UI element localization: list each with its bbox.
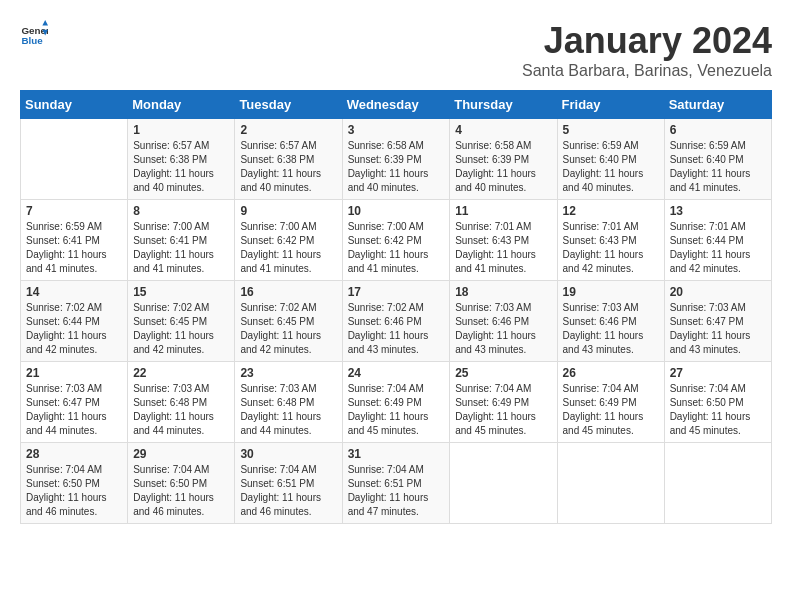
day-info: Sunrise: 7:02 AM Sunset: 6:45 PM Dayligh… <box>240 301 336 357</box>
day-info: Sunrise: 7:03 AM Sunset: 6:47 PM Dayligh… <box>26 382 122 438</box>
week-row-5: 28Sunrise: 7:04 AM Sunset: 6:50 PM Dayli… <box>21 443 772 524</box>
day-number: 2 <box>240 123 336 137</box>
day-header-tuesday: Tuesday <box>235 91 342 119</box>
calendar-cell: 10Sunrise: 7:00 AM Sunset: 6:42 PM Dayli… <box>342 200 450 281</box>
day-number: 7 <box>26 204 122 218</box>
logo: General Blue <box>20 20 48 48</box>
day-info: Sunrise: 7:04 AM Sunset: 6:49 PM Dayligh… <box>455 382 551 438</box>
day-info: Sunrise: 7:04 AM Sunset: 6:51 PM Dayligh… <box>348 463 445 519</box>
day-number: 14 <box>26 285 122 299</box>
day-number: 30 <box>240 447 336 461</box>
calendar-cell: 21Sunrise: 7:03 AM Sunset: 6:47 PM Dayli… <box>21 362 128 443</box>
day-number: 11 <box>455 204 551 218</box>
calendar-cell: 6Sunrise: 6:59 AM Sunset: 6:40 PM Daylig… <box>664 119 771 200</box>
calendar-cell: 20Sunrise: 7:03 AM Sunset: 6:47 PM Dayli… <box>664 281 771 362</box>
day-number: 24 <box>348 366 445 380</box>
day-number: 25 <box>455 366 551 380</box>
calendar-cell: 23Sunrise: 7:03 AM Sunset: 6:48 PM Dayli… <box>235 362 342 443</box>
day-number: 3 <box>348 123 445 137</box>
day-number: 15 <box>133 285 229 299</box>
calendar-cell: 2Sunrise: 6:57 AM Sunset: 6:38 PM Daylig… <box>235 119 342 200</box>
calendar-cell: 9Sunrise: 7:00 AM Sunset: 6:42 PM Daylig… <box>235 200 342 281</box>
calendar-cell: 15Sunrise: 7:02 AM Sunset: 6:45 PM Dayli… <box>128 281 235 362</box>
calendar-cell: 13Sunrise: 7:01 AM Sunset: 6:44 PM Dayli… <box>664 200 771 281</box>
day-number: 26 <box>563 366 659 380</box>
calendar-cell: 24Sunrise: 7:04 AM Sunset: 6:49 PM Dayli… <box>342 362 450 443</box>
week-row-1: 1Sunrise: 6:57 AM Sunset: 6:38 PM Daylig… <box>21 119 772 200</box>
day-info: Sunrise: 6:58 AM Sunset: 6:39 PM Dayligh… <box>455 139 551 195</box>
day-header-saturday: Saturday <box>664 91 771 119</box>
day-number: 12 <box>563 204 659 218</box>
calendar-cell: 12Sunrise: 7:01 AM Sunset: 6:43 PM Dayli… <box>557 200 664 281</box>
day-info: Sunrise: 7:04 AM Sunset: 6:50 PM Dayligh… <box>133 463 229 519</box>
day-info: Sunrise: 7:01 AM Sunset: 6:44 PM Dayligh… <box>670 220 766 276</box>
day-number: 19 <box>563 285 659 299</box>
header-row: SundayMondayTuesdayWednesdayThursdayFrid… <box>21 91 772 119</box>
calendar-cell: 17Sunrise: 7:02 AM Sunset: 6:46 PM Dayli… <box>342 281 450 362</box>
day-info: Sunrise: 6:59 AM Sunset: 6:40 PM Dayligh… <box>670 139 766 195</box>
calendar-cell <box>664 443 771 524</box>
calendar-cell: 1Sunrise: 6:57 AM Sunset: 6:38 PM Daylig… <box>128 119 235 200</box>
logo-icon: General Blue <box>20 20 48 48</box>
day-info: Sunrise: 7:00 AM Sunset: 6:41 PM Dayligh… <box>133 220 229 276</box>
calendar-cell: 31Sunrise: 7:04 AM Sunset: 6:51 PM Dayli… <box>342 443 450 524</box>
calendar-cell: 28Sunrise: 7:04 AM Sunset: 6:50 PM Dayli… <box>21 443 128 524</box>
day-number: 31 <box>348 447 445 461</box>
day-info: Sunrise: 7:02 AM Sunset: 6:46 PM Dayligh… <box>348 301 445 357</box>
day-info: Sunrise: 7:01 AM Sunset: 6:43 PM Dayligh… <box>455 220 551 276</box>
calendar-cell: 26Sunrise: 7:04 AM Sunset: 6:49 PM Dayli… <box>557 362 664 443</box>
calendar-table: SundayMondayTuesdayWednesdayThursdayFrid… <box>20 90 772 524</box>
day-number: 1 <box>133 123 229 137</box>
day-number: 6 <box>670 123 766 137</box>
day-info: Sunrise: 7:02 AM Sunset: 6:44 PM Dayligh… <box>26 301 122 357</box>
day-header-thursday: Thursday <box>450 91 557 119</box>
day-info: Sunrise: 7:04 AM Sunset: 6:49 PM Dayligh… <box>348 382 445 438</box>
day-info: Sunrise: 6:57 AM Sunset: 6:38 PM Dayligh… <box>133 139 229 195</box>
day-number: 4 <box>455 123 551 137</box>
calendar-subtitle: Santa Barbara, Barinas, Venezuela <box>522 62 772 80</box>
calendar-cell: 3Sunrise: 6:58 AM Sunset: 6:39 PM Daylig… <box>342 119 450 200</box>
calendar-cell: 8Sunrise: 7:00 AM Sunset: 6:41 PM Daylig… <box>128 200 235 281</box>
day-info: Sunrise: 7:04 AM Sunset: 6:50 PM Dayligh… <box>26 463 122 519</box>
week-row-3: 14Sunrise: 7:02 AM Sunset: 6:44 PM Dayli… <box>21 281 772 362</box>
day-header-sunday: Sunday <box>21 91 128 119</box>
header: General Blue January 2024 Santa Barbara,… <box>20 20 772 80</box>
day-header-monday: Monday <box>128 91 235 119</box>
week-row-2: 7Sunrise: 6:59 AM Sunset: 6:41 PM Daylig… <box>21 200 772 281</box>
day-number: 18 <box>455 285 551 299</box>
title-section: January 2024 Santa Barbara, Barinas, Ven… <box>522 20 772 80</box>
calendar-cell: 11Sunrise: 7:01 AM Sunset: 6:43 PM Dayli… <box>450 200 557 281</box>
day-number: 5 <box>563 123 659 137</box>
day-info: Sunrise: 7:04 AM Sunset: 6:50 PM Dayligh… <box>670 382 766 438</box>
calendar-cell: 22Sunrise: 7:03 AM Sunset: 6:48 PM Dayli… <box>128 362 235 443</box>
svg-marker-2 <box>42 20 48 26</box>
day-info: Sunrise: 7:03 AM Sunset: 6:46 PM Dayligh… <box>455 301 551 357</box>
day-header-wednesday: Wednesday <box>342 91 450 119</box>
day-number: 16 <box>240 285 336 299</box>
day-info: Sunrise: 7:02 AM Sunset: 6:45 PM Dayligh… <box>133 301 229 357</box>
calendar-cell <box>557 443 664 524</box>
day-info: Sunrise: 6:59 AM Sunset: 6:40 PM Dayligh… <box>563 139 659 195</box>
calendar-cell: 30Sunrise: 7:04 AM Sunset: 6:51 PM Dayli… <box>235 443 342 524</box>
day-info: Sunrise: 7:04 AM Sunset: 6:51 PM Dayligh… <box>240 463 336 519</box>
calendar-cell: 7Sunrise: 6:59 AM Sunset: 6:41 PM Daylig… <box>21 200 128 281</box>
day-info: Sunrise: 6:59 AM Sunset: 6:41 PM Dayligh… <box>26 220 122 276</box>
calendar-cell: 29Sunrise: 7:04 AM Sunset: 6:50 PM Dayli… <box>128 443 235 524</box>
day-number: 21 <box>26 366 122 380</box>
calendar-cell <box>21 119 128 200</box>
day-info: Sunrise: 7:03 AM Sunset: 6:48 PM Dayligh… <box>240 382 336 438</box>
calendar-cell: 5Sunrise: 6:59 AM Sunset: 6:40 PM Daylig… <box>557 119 664 200</box>
calendar-cell: 4Sunrise: 6:58 AM Sunset: 6:39 PM Daylig… <box>450 119 557 200</box>
calendar-cell: 14Sunrise: 7:02 AM Sunset: 6:44 PM Dayli… <box>21 281 128 362</box>
week-row-4: 21Sunrise: 7:03 AM Sunset: 6:47 PM Dayli… <box>21 362 772 443</box>
day-info: Sunrise: 7:04 AM Sunset: 6:49 PM Dayligh… <box>563 382 659 438</box>
day-info: Sunrise: 7:00 AM Sunset: 6:42 PM Dayligh… <box>348 220 445 276</box>
day-info: Sunrise: 7:00 AM Sunset: 6:42 PM Dayligh… <box>240 220 336 276</box>
day-number: 17 <box>348 285 445 299</box>
day-number: 29 <box>133 447 229 461</box>
calendar-cell <box>450 443 557 524</box>
day-info: Sunrise: 7:03 AM Sunset: 6:48 PM Dayligh… <box>133 382 229 438</box>
day-number: 20 <box>670 285 766 299</box>
day-info: Sunrise: 6:57 AM Sunset: 6:38 PM Dayligh… <box>240 139 336 195</box>
day-header-friday: Friday <box>557 91 664 119</box>
